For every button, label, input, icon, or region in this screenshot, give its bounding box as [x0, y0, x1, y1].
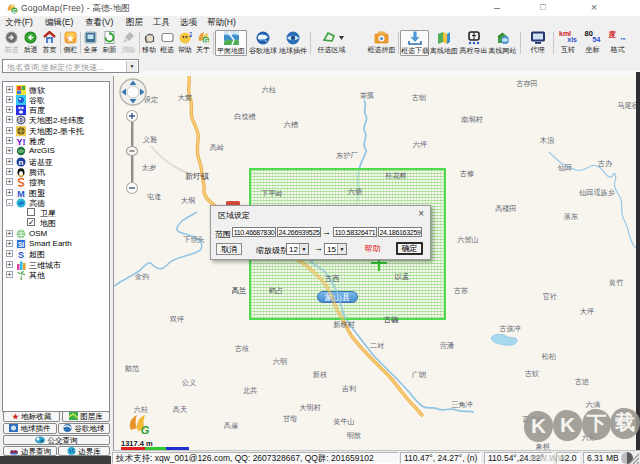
svg-text:新联村: 新联村 — [333, 320, 355, 329]
svg-text:G: G — [12, 8, 17, 14]
svg-text:古修: 古修 — [460, 169, 474, 178]
svg-text:桂花粮: 桂花粮 — [384, 171, 407, 180]
svg-text:高兰: 高兰 — [232, 286, 246, 295]
svg-text:下平岭: 下平岭 — [261, 189, 283, 198]
svg-text:鹤占: 鹤占 — [269, 286, 283, 295]
svg-text:2: 2 — [189, 31, 192, 39]
svg-text:SI: SI — [18, 241, 24, 248]
svg-text:n: n — [19, 158, 24, 167]
svg-text:六塘: 六塘 — [348, 187, 362, 196]
svg-text:Y!: Y! — [17, 137, 26, 147]
svg-text:M: M — [17, 188, 25, 198]
svg-text:以孟: 以孟 — [395, 272, 409, 281]
svg-text:★: ★ — [66, 33, 75, 44]
svg-text:S: S — [18, 250, 24, 260]
svg-text:古确: 古确 — [384, 315, 398, 324]
svg-text:古西: 古西 — [325, 274, 340, 283]
svg-text:G: G — [203, 37, 208, 44]
